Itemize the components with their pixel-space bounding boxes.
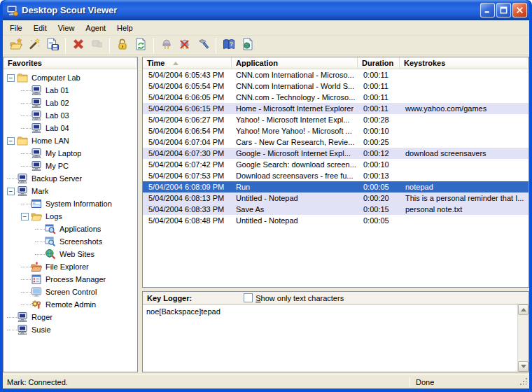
collapse-minus-icon[interactable]: −	[7, 137, 15, 145]
keylogger-scrollbar[interactable]	[517, 304, 528, 372]
lock-button[interactable]	[113, 36, 132, 55]
log-cell-application: Yahoo! More Yahoo! - Microsoft ...	[232, 127, 358, 135]
log-row[interactable]: 5/04/2004 6:05:43 PMCNN.com Internationa…	[143, 69, 528, 80]
sort-ascending-icon	[173, 62, 178, 65]
log-cell-keystrokes: download screensavers	[400, 149, 528, 158]
log-cell-time: 5/04/2004 6:08:48 PM	[143, 216, 232, 225]
tree-connector	[21, 304, 31, 305]
tree-item-applications[interactable]: Applications	[7, 223, 137, 235]
close-button[interactable]	[512, 3, 527, 18]
minimize-button[interactable]	[480, 3, 495, 18]
log-cell-duration: 0:00:10	[358, 160, 400, 169]
status-bar: Mark: Connected. Done	[3, 374, 529, 388]
keylogger-label: Key Logger:	[147, 294, 192, 302]
wizard-button[interactable]	[25, 36, 43, 55]
tree-item-label: Process Manager	[46, 275, 106, 284]
collapse-minus-icon[interactable]: −	[7, 188, 15, 195]
computer-icon	[31, 148, 42, 159]
column-header-time[interactable]: Time	[143, 57, 232, 69]
log-row[interactable]: 5/04/2004 6:05:54 PMCNN.com Internationa…	[143, 80, 528, 92]
log-row[interactable]: 5/04/2004 6:06:54 PMYahoo! More Yahoo! -…	[143, 125, 528, 136]
tree-item-lab-02[interactable]: Lab 02	[7, 97, 137, 109]
open-folder-star-icon	[9, 37, 23, 53]
log-cell-time: 5/04/2004 6:07:42 PM	[143, 160, 232, 169]
maximize-button[interactable]	[496, 3, 511, 18]
magic-wand-icon	[27, 37, 41, 53]
tree-item-system-information[interactable]: System Information	[7, 197, 137, 210]
tree-item-mark[interactable]: −Mark	[7, 185, 137, 197]
menu-file[interactable]: File	[4, 22, 28, 34]
tree-item-lab-01[interactable]: Lab 01	[7, 84, 137, 97]
app-icon[interactable]	[6, 4, 19, 17]
tree-item-lab-04[interactable]: Lab 04	[7, 122, 137, 134]
keylogger-panel: Key Logger: Show only text characters no…	[142, 291, 529, 372]
rename-button[interactable]	[88, 36, 106, 55]
tree-item-web-sites[interactable]: Web Sites	[7, 248, 137, 260]
log-row[interactable]: 5/04/2004 6:08:33 PMSave As0:00:15person…	[143, 204, 528, 215]
tree-item-remote-admin[interactable]: Remote Admin	[7, 298, 137, 311]
log-row[interactable]: 5/04/2004 6:08:48 PMUntitled - Notepad0:…	[143, 215, 528, 226]
column-header-duration[interactable]: Duration	[358, 57, 400, 69]
keylogger-checkbox-label[interactable]: Show only text characters	[255, 294, 344, 302]
log-row[interactable]: 5/04/2004 6:06:05 PMCNN.com - Technology…	[143, 92, 528, 103]
log-cell-duration: 0:00:13	[358, 172, 400, 180]
web-log-button[interactable]	[238, 36, 256, 55]
log-cell-application: Cars - New Car Research, Revie...	[232, 138, 358, 146]
menu-help[interactable]: Help	[111, 22, 139, 34]
log-cell-application: CNN.com International - Microso...	[232, 71, 358, 79]
column-header-label: Application	[236, 59, 278, 67]
scroll-down-button[interactable]	[518, 361, 528, 372]
menu-edit[interactable]: Edit	[28, 22, 52, 34]
favorites-header[interactable]: Favorites	[4, 57, 137, 69]
log-row[interactable]: 5/04/2004 6:08:09 PMRun0:00:05notepad	[143, 181, 528, 192]
tree-item-logs[interactable]: −Logs	[7, 210, 137, 223]
toolbar-separator	[109, 38, 110, 53]
scroll-up-button[interactable]	[518, 304, 528, 315]
tree-item-my-laptop[interactable]: My Laptop	[7, 147, 137, 160]
tree-item-label: System Information	[46, 200, 112, 208]
tree-item-file-explorer[interactable]: File Explorer	[7, 260, 137, 273]
log-cell-keystrokes: personal note.txt	[400, 205, 528, 214]
log-cell-duration: 0:00:11	[358, 71, 400, 79]
web-doc-icon	[240, 37, 254, 53]
tree-item-computer-lab[interactable]: −Computer Lab	[7, 71, 137, 84]
tree-item-roger[interactable]: Roger	[7, 311, 137, 323]
connect-button[interactable]	[158, 36, 176, 55]
favorites-tree: −Computer LabLab 01Lab 02Lab 03Lab 04−Ho…	[4, 69, 137, 372]
menu-agent[interactable]: Agent	[80, 22, 111, 34]
log-row[interactable]: 5/04/2004 6:07:53 PMDownload screensaver…	[143, 170, 528, 181]
collapse-minus-icon[interactable]: −	[21, 213, 29, 220]
log-row[interactable]: 5/04/2004 6:07:42 PMGoogle Search: downl…	[143, 159, 528, 170]
log-row[interactable]: 5/04/2004 6:06:15 PMHome - Microsoft Int…	[143, 103, 528, 114]
help-button[interactable]: ?	[220, 36, 238, 55]
save-log-button[interactable]	[43, 36, 62, 55]
refresh-log-button[interactable]	[132, 36, 150, 55]
tree-item-susie[interactable]: Susie	[7, 323, 137, 336]
collapse-minus-icon[interactable]: −	[7, 74, 15, 82]
titlebar[interactable]: Desktop Scout Viewer	[3, 0, 529, 20]
system-info-icon	[31, 198, 42, 209]
log-row[interactable]: 5/04/2004 6:08:13 PMUntitled - Notepad0:…	[143, 192, 528, 204]
column-header-keystrokes[interactable]: Keystrokes	[400, 57, 528, 69]
tree-item-lab-03[interactable]: Lab 03	[7, 109, 137, 122]
tree-item-my-pc[interactable]: My PC	[7, 160, 137, 172]
tree-item-screen-control[interactable]: Screen Control	[7, 286, 137, 298]
computer-icon	[17, 312, 28, 323]
menu-view[interactable]: View	[52, 22, 80, 34]
disconnect-button[interactable]	[176, 36, 194, 55]
tree-item-backup-server[interactable]: Backup Server	[7, 172, 137, 185]
tree-connector	[35, 254, 45, 255]
log-row[interactable]: 5/04/2004 6:07:30 PMGoogle - Microsoft I…	[143, 148, 528, 159]
column-header-application[interactable]: Application	[232, 57, 358, 69]
open-button[interactable]	[7, 36, 25, 55]
screenshot-log-icon	[45, 236, 56, 247]
tree-item-process-manager[interactable]: Process Manager	[7, 273, 137, 286]
log-row[interactable]: 5/04/2004 6:07:04 PMCars - New Car Resea…	[143, 136, 528, 148]
log-row[interactable]: 5/04/2004 6:06:27 PMYahoo! - Microsoft I…	[143, 114, 528, 125]
tree-item-screenshots[interactable]: Screenshots	[7, 235, 137, 248]
delete-button[interactable]	[69, 36, 88, 55]
show-text-only-checkbox[interactable]	[244, 293, 253, 302]
tree-item-home-lan[interactable]: −Home LAN	[7, 134, 137, 147]
tools-button[interactable]	[194, 36, 212, 55]
resize-grip[interactable]	[519, 377, 528, 386]
